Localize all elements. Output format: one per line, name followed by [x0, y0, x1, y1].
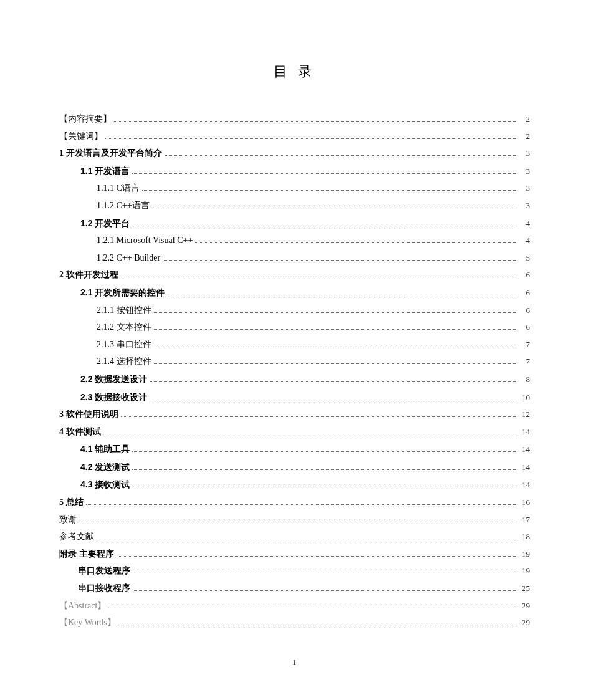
toc-entry-label: 2.1.1 按钮控件 — [97, 302, 151, 319]
toc-entry-page: 17 — [519, 512, 530, 528]
toc-entry-page: 3 — [519, 181, 530, 196]
toc-entry-number: 2.2 — [80, 374, 92, 384]
toc-entry-page: 12 — [519, 407, 530, 423]
toc-entry-page: 3 — [519, 146, 530, 161]
toc-entry-page: 10 — [519, 390, 530, 406]
toc-entry-text: 发送测试 — [95, 463, 130, 472]
toc-row: 致谢17 — [59, 512, 530, 529]
toc-row: 2.1 开发所需要的控件6 — [80, 284, 530, 302]
toc-row: 2.3 数据接收设计10 — [80, 389, 530, 406]
toc-entry-number: 4.2 — [80, 462, 92, 472]
toc-entry-number: 1.1.2 — [97, 201, 114, 210]
toc-entry-label: 2 软件开发过程 — [59, 267, 118, 284]
toc-entry-page: 7 — [519, 337, 530, 353]
toc-leader-dots — [121, 277, 517, 277]
toc-entry-number: 4.1 — [80, 444, 92, 454]
toc-entry-number: 1.1 — [80, 166, 92, 176]
toc-entry-label: 附录 主要程序 — [59, 546, 114, 563]
toc-entry-text: 软件测试 — [66, 427, 101, 436]
toc-row: 2 软件开发过程6 — [59, 267, 530, 284]
toc-entry-text: 数据发送设计 — [95, 375, 147, 384]
toc-entry-page: 14 — [519, 424, 530, 440]
toc-leader-dots — [105, 138, 516, 139]
toc-row: 1.1 开发语言3 — [80, 163, 530, 180]
toc-entry-text: 串口发送程序 — [78, 566, 130, 575]
toc-entry-number: 3 — [59, 410, 64, 419]
toc-row: 1.2 开发平台4 — [80, 215, 530, 233]
toc-leader-dots — [97, 539, 516, 539]
toc-entry-number: 2.1.3 — [97, 340, 114, 349]
toc-entry-text: 【内容摘要】 — [59, 114, 112, 123]
toc-entry-label: 2.3 数据接收设计 — [80, 389, 147, 406]
toc-entry-page: 19 — [519, 547, 530, 562]
toc-entry-text: 开发语言及开发平台简介 — [66, 148, 162, 158]
toc-entry-text: Microsoft Visual C++ — [117, 236, 193, 245]
toc-entry-page: 25 — [519, 581, 530, 597]
toc-entry-number: 1.1.1 — [97, 183, 114, 193]
toc-leader-dots — [132, 173, 516, 174]
toc-leader-dots — [142, 190, 516, 191]
toc-entry-page: 18 — [519, 529, 530, 545]
toc-entry-label: 1.1.1 C语言 — [97, 180, 140, 197]
toc-entry-text: 软件开发过程 — [66, 270, 118, 279]
toc-row: 1.1.2 C++语言3 — [97, 198, 530, 214]
toc-entry-label: 2.1 开发所需要的控件 — [80, 284, 165, 302]
toc-entry-page: 6 — [519, 285, 530, 301]
toc-entry-number: 1.2.1 — [97, 236, 114, 245]
toc-leader-dots — [86, 504, 517, 505]
toc-leader-dots — [167, 295, 516, 295]
toc-entry-label: 【Key Words】 — [59, 615, 116, 631]
toc-leader-dots — [132, 451, 516, 452]
toc-entry-number: 1.2.2 — [97, 253, 114, 262]
toc-entry-label: 【关键词】 — [59, 128, 103, 145]
toc-entry-page: 16 — [519, 495, 530, 511]
toc-entry-page: 3 — [519, 198, 530, 214]
toc-entry-page: 2 — [519, 129, 530, 145]
toc-entry-number: 2.1.1 — [97, 305, 114, 315]
toc-entry-page: 14 — [519, 442, 530, 458]
toc-leader-dots — [133, 590, 516, 591]
toc-entry-page: 6 — [519, 320, 530, 335]
toc-leader-dots — [150, 381, 516, 382]
toc-entry-text: C++语言 — [117, 201, 150, 210]
toc-leader-dots — [118, 625, 516, 625]
toc-leader-dots — [163, 260, 516, 261]
toc-entry-text: 文本控件 — [117, 322, 151, 332]
toc-entry-text: 【Abstract】 — [59, 601, 106, 610]
toc-leader-dots — [154, 312, 517, 313]
toc-row: 【关键词】2 — [59, 128, 530, 145]
toc-entry-text: 选择控件 — [117, 357, 151, 366]
toc-row: 串口发送程序19 — [78, 563, 530, 580]
toc-entry-label: 2.1.4 选择控件 — [97, 353, 151, 370]
toc-leader-dots — [154, 363, 517, 364]
toc-row: 4.3 接收测试14 — [80, 476, 530, 494]
toc-entry-number: 2 — [59, 270, 64, 279]
toc-entry-page: 5 — [519, 251, 530, 266]
toc-leader-dots — [79, 522, 516, 522]
toc-entry-page: 6 — [519, 267, 530, 283]
toc-row: 3 软件使用说明12 — [59, 406, 530, 423]
toc-entry-label: 4.2 发送测试 — [80, 459, 130, 476]
toc-row: 参考文献18 — [59, 529, 530, 545]
toc-entry-text: 接收测试 — [95, 480, 130, 489]
toc-entry-number: 2.1 — [80, 287, 92, 297]
toc-row: 4.2 发送测试14 — [80, 459, 530, 476]
toc-entry-page: 4 — [519, 233, 530, 249]
toc-entry-label: 【Abstract】 — [59, 598, 106, 615]
toc-row: 4 软件测试14 — [59, 424, 530, 441]
toc-entry-page: 29 — [519, 598, 530, 614]
toc-entry-label: 1.2 开发平台 — [80, 215, 130, 233]
toc-entry-page: 8 — [519, 372, 530, 388]
toc-list: 【内容摘要】2【关键词】21 开发语言及开发平台简介31.1 开发语言31.1.… — [59, 111, 530, 631]
toc-entry-label: 串口接收程序 — [78, 580, 130, 597]
toc-entry-text: 数据接收设计 — [95, 393, 147, 402]
toc-entry-text: 致谢 — [59, 515, 77, 524]
toc-entry-page: 6 — [519, 303, 530, 319]
toc-leader-dots — [121, 416, 517, 417]
toc-entry-text: 开发所需要的控件 — [95, 288, 165, 297]
toc-entry-number: 4.3 — [80, 479, 92, 489]
toc-entry-label: 4.3 接收测试 — [80, 476, 130, 494]
toc-row: 1.2.1 Microsoft Visual C++4 — [97, 233, 530, 249]
toc-entry-text: 【Key Words】 — [59, 618, 116, 627]
toc-entry-text: 参考文献 — [59, 532, 94, 541]
